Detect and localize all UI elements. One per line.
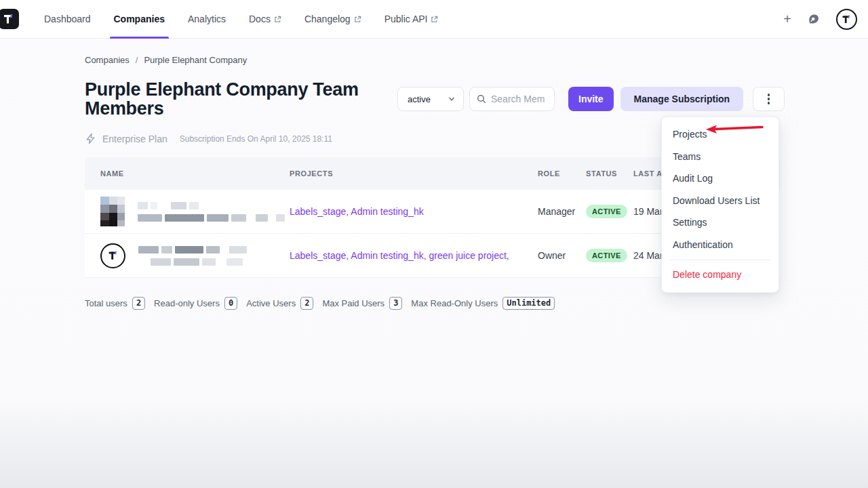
invite-button[interactable]: Invite [568,87,614,111]
menu-item-teams[interactable]: Teams [662,146,778,168]
company-actions-menu: Projects Teams Audit Log Download Users … [661,117,779,293]
nav-right-actions: + [783,9,868,30]
stat-label: Active Users [246,298,296,308]
avatar-t-icon [107,249,119,262]
breadcrumb-current-company[interactable]: Purple Elephant Company [144,55,247,65]
member-name-cell [85,197,290,226]
stat-value: 3 [389,297,402,310]
col-header-role: Role [538,169,586,178]
stat-active-users: Active Users 2 [246,297,313,310]
lightning-bolt-icon [85,133,96,144]
menu-divider [670,260,770,260]
top-navigation: Dashboard Companies Analytics Docs Chang… [0,0,868,39]
member-projects-links[interactable]: Labels_stage, Admin testing_hk [290,206,424,217]
user-stats-bar: Total users 2 Read-only Users 0 Active U… [85,297,868,310]
stat-label: Max Paid Users [322,298,384,308]
redacted-avatar [100,197,125,226]
menu-item-download-users-list[interactable]: Download Users List [662,190,778,212]
stat-value: 2 [300,297,313,310]
avatar-t-icon [841,14,852,25]
search-members-input[interactable] [491,94,547,104]
breadcrumb-separator: / [136,55,138,65]
nav-label: Companies [114,14,165,24]
nav-items: Dashboard Companies Analytics Docs Chang… [33,0,450,39]
status-filter-select[interactable]: active [397,87,464,111]
kebab-icon [768,94,770,104]
menu-item-delete-company[interactable]: Delete company [662,264,778,286]
toolbar: active Invite Manage Subscription [397,87,785,118]
external-link-icon [274,16,281,23]
stat-value: 2 [132,297,145,310]
nav-label: Changelog [304,14,351,24]
breadcrumb: Companies / Purple Elephant Company [85,55,868,65]
status-badge: ACTIVE [586,249,627,262]
nav-label: Dashboard [44,14,91,24]
add-icon[interactable]: + [783,12,791,26]
logo-t-icon [2,12,16,26]
stat-max-readonly-users: Max Read-Only Users Unlimited [411,297,555,310]
plan-name: Enterprise Plan [102,134,167,144]
status-filter-value: active [408,94,431,104]
nav-item-analytics[interactable]: Analytics [185,0,229,39]
app-logo[interactable] [0,9,19,29]
nav-label: Public API [384,14,428,24]
nav-label: Analytics [188,14,226,24]
member-role: Owner [538,250,586,261]
menu-item-settings[interactable]: Settings [662,211,778,234]
page-title: Purple Elephant Company Team Members [85,80,410,118]
stat-label: Read-only Users [154,298,220,308]
nav-item-companies[interactable]: Companies [111,0,167,39]
stat-total-users: Total users 2 [85,297,145,310]
more-actions-button[interactable] [753,87,785,111]
member-projects-links[interactable]: Labels_stage, Admin testing_hk, green ju… [290,250,509,261]
menu-item-authentication[interactable]: Authentication [662,234,778,256]
search-assistant-icon[interactable] [806,12,821,26]
page-header: Purple Elephant Company Team Members act… [85,80,868,118]
user-avatar[interactable] [836,9,857,30]
nav-item-public-api[interactable]: Public API [382,0,441,39]
status-badge: ACTIVE [586,205,627,218]
stat-label: Max Read-Only Users [411,298,498,308]
nav-item-docs[interactable]: Docs [246,0,284,39]
stat-readonly-users: Read-only Users 0 [154,297,237,310]
member-role: Manager [538,206,586,217]
col-header-status: Status [586,169,633,178]
external-link-icon [431,16,438,23]
active-tab-underline [110,37,169,39]
col-header-name: Name [85,169,290,178]
external-link-icon [354,16,361,23]
stat-value: Unlimited [502,297,555,310]
nav-item-changelog[interactable]: Changelog [302,0,364,39]
manage-subscription-button[interactable]: Manage Subscription [620,87,744,111]
stat-value: 0 [224,297,237,310]
nav-label: Docs [249,14,271,24]
col-header-projects: Projects [290,169,538,178]
stat-max-paid-users: Max Paid Users 3 [322,297,402,310]
nav-item-dashboard[interactable]: Dashboard [41,0,94,39]
breadcrumb-companies[interactable]: Companies [85,55,130,65]
subscription-ends-text: Subscription Ends On April 10, 2025 18:1… [180,134,332,144]
redacted-name [138,246,247,266]
redacted-name [138,202,285,222]
member-name-cell [85,243,290,268]
menu-item-projects[interactable]: Projects [662,123,778,146]
search-box [469,87,555,111]
search-icon [477,94,486,104]
chevron-down-icon [448,96,455,102]
stat-label: Total users [85,298,127,308]
menu-item-audit-log[interactable]: Audit Log [662,167,778,190]
member-avatar [100,243,125,268]
